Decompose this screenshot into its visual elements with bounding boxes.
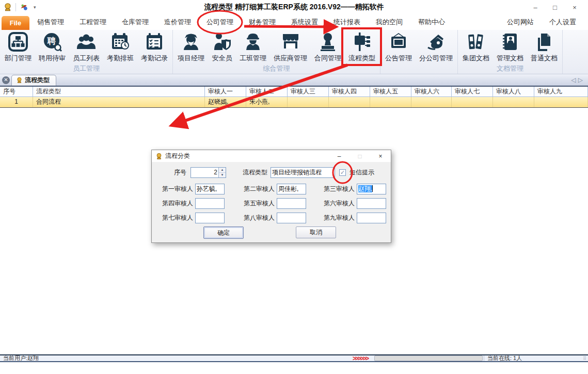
ribbon-button-contract[interactable]: 合同管理	[311, 30, 345, 63]
menu-item-sales[interactable]: 销售管理	[29, 14, 72, 30]
ribbon-button-attendance-record[interactable]: 考勤记录	[137, 30, 171, 63]
ribbon-button-department[interactable]: 部门管理	[1, 30, 35, 63]
grid-header-cell[interactable]: 审核人四	[329, 87, 370, 97]
menu-items: 销售管理工程管理仓库管理造价管理公司管理财务管理系统设置统计报表我的空间帮助中心	[29, 14, 453, 30]
menu-item-company-site[interactable]: 公司网站	[499, 14, 542, 30]
grid-cell[interactable]: 合同流程	[33, 97, 205, 107]
grid-header-cell[interactable]: 序号	[0, 87, 33, 97]
seq-label: 序号	[161, 167, 186, 178]
ribbon-button-safety-officer[interactable]: 安全员	[208, 30, 236, 63]
grid-header-cell[interactable]: 审核人九	[534, 87, 588, 97]
quick-access-icon[interactable]	[19, 3, 28, 12]
grid-cell[interactable]: 赵晓嫣,	[205, 97, 246, 107]
grid-cell[interactable]	[452, 97, 493, 107]
ribbon-button-attendance-schedule[interactable]: 考勤排班	[103, 30, 137, 63]
ok-button[interactable]: 确定	[203, 226, 244, 239]
grid-cell[interactable]	[411, 97, 452, 107]
process-type-label: 流程类型	[239, 167, 267, 178]
menu-item-cost[interactable]: 造价管理	[156, 14, 199, 30]
reviewer-input-3[interactable]: 赵翔,	[357, 184, 386, 194]
grid-cell[interactable]: 1	[0, 97, 33, 107]
reviewer-input-5[interactable]	[277, 198, 306, 209]
ribbon-button-label: 流程类型	[348, 54, 375, 63]
grid-header-cell[interactable]: 审核人八	[493, 87, 534, 97]
minimize-icon[interactable]: –	[529, 4, 542, 11]
grid-cell[interactable]	[288, 97, 329, 107]
ribbon-group-label	[382, 64, 456, 74]
quick-access-dropdown-icon[interactable]: ▾	[31, 5, 38, 10]
menu-item-reports[interactable]: 统计报表	[326, 14, 368, 30]
ribbon-button-label: 工班管理	[240, 54, 266, 63]
menu-item-warehouse[interactable]: 仓库管理	[114, 14, 156, 30]
ribbon-button-work-crew[interactable]: 工班管理	[236, 30, 270, 63]
tab-close-icon[interactable]: ✕	[2, 76, 10, 84]
tab-icon	[16, 77, 23, 84]
grid-cell[interactable]	[534, 97, 588, 107]
spinner-down-icon[interactable]: ▼	[219, 173, 226, 177]
ribbon-button-employee-list[interactable]: 员工列表	[69, 30, 103, 63]
close-icon[interactable]: ×	[568, 4, 581, 11]
ribbon-button-group-docs[interactable]: 集团文档	[459, 30, 493, 63]
reviewer-label-1: 第一审核人	[161, 184, 193, 194]
grid-header-cell[interactable]: 审核人二	[246, 87, 288, 97]
ribbon-button-branch-company[interactable]: 分公司管理	[416, 30, 456, 63]
grid-header-cell[interactable]: 流程类型	[33, 87, 205, 97]
file-tab[interactable]: File	[2, 16, 29, 30]
ribbon-button-normal-docs[interactable]: 普通文档	[527, 30, 561, 63]
menu-item-engineering[interactable]: 工程管理	[72, 14, 114, 30]
seq-spinner[interactable]: 2 ▲ ▼	[190, 167, 226, 178]
reviewer-input-9[interactable]	[357, 213, 386, 223]
reviewer-label-9: 第九审核人	[323, 213, 355, 223]
tab-process-type[interactable]: 流程类型	[11, 75, 56, 86]
cancel-button[interactable]: 取消	[296, 226, 336, 238]
grid-cell[interactable]	[493, 97, 534, 107]
spinner-up-icon[interactable]: ▲	[219, 168, 226, 173]
ribbon-button-label: 集团文档	[463, 54, 489, 63]
process-type-input[interactable]: 项目经理报销流程	[271, 167, 335, 178]
calendar-check-icon	[144, 31, 165, 52]
ribbon-button-process-type[interactable]: 流程类型	[345, 30, 379, 63]
reviewer-input-1[interactable]: 孙艺毓,	[195, 184, 225, 194]
ribbon-group-label: 综合管理	[174, 64, 379, 74]
ribbon-button-supplier[interactable]: 供应商管理	[270, 30, 311, 63]
maximize-icon[interactable]: □	[549, 4, 561, 11]
reviewer-label-3: 第三审核人	[323, 184, 355, 194]
reviewer-input-6[interactable]	[357, 198, 386, 209]
menu-item-company[interactable]: 公司管理	[199, 14, 241, 30]
menu-item-help-center[interactable]: 帮助中心	[410, 14, 453, 30]
grid-cell[interactable]: 朱小燕,	[246, 97, 288, 107]
ribbon-group-2: 项目经理安全员工班管理供应商管理合同管理流程类型综合管理	[173, 30, 380, 74]
grid-header-cell[interactable]: 审核人六	[411, 87, 452, 97]
dialog-minimize-icon[interactable]: –	[329, 153, 349, 160]
grid-header-cell[interactable]: 审核人七	[452, 87, 493, 97]
ribbon-button-admin-docs[interactable]: 管理文档	[493, 30, 527, 63]
grid-header-cell[interactable]: 审核人一	[205, 87, 246, 97]
menu-item-finance[interactable]: 财务管理	[241, 14, 283, 30]
menu-item-system[interactable]: 系统设置	[283, 14, 326, 30]
grid-data-row[interactable]: 1合同流程赵晓嫣,朱小燕,	[0, 97, 588, 107]
ribbon-button-hire-review[interactable]: 聘聘用待审	[35, 30, 69, 63]
menu-item-personal-settings[interactable]: 个人设置	[542, 14, 584, 30]
ribbon-button-project-manager[interactable]: 项目经理	[174, 30, 208, 63]
statusbar-separator	[484, 355, 484, 361]
text-cursor	[372, 185, 373, 192]
grid-header-cell[interactable]: 审核人五	[370, 87, 411, 97]
dialog-close-icon[interactable]: ×	[370, 153, 391, 160]
menu-item-my-space[interactable]: 我的空间	[368, 14, 410, 30]
reviewer-input-7[interactable]	[195, 213, 225, 223]
grid-cell[interactable]	[370, 97, 411, 107]
resize-grip[interactable]: ⠿	[583, 356, 587, 361]
reviewer-input-2[interactable]: 周佳彬,	[277, 184, 306, 194]
sms-checkbox[interactable]: ✓	[339, 169, 346, 176]
reviewer-input-8[interactable]	[277, 213, 306, 223]
grid-cell[interactable]	[329, 97, 370, 107]
ribbon-button-label: 分公司管理	[419, 54, 453, 63]
grid-header-cell[interactable]: 审核人三	[288, 87, 329, 97]
tab-scroll-arrows[interactable]: ◁▷	[571, 76, 585, 84]
process-classification-dialog: 流程分类 – □ × 序号 2 ▲ ▼ 流程类型 项目经理报销流程 ✓ 短信提示…	[151, 150, 391, 243]
reviewer-input-4[interactable]	[195, 198, 225, 209]
quick-access-toolbar: ▾	[0, 3, 38, 12]
reviewer-label-4: 第四审核人	[161, 198, 193, 209]
tab-label: 流程类型	[25, 76, 50, 85]
ribbon-button-announcement[interactable]: 公告管理	[382, 30, 416, 63]
